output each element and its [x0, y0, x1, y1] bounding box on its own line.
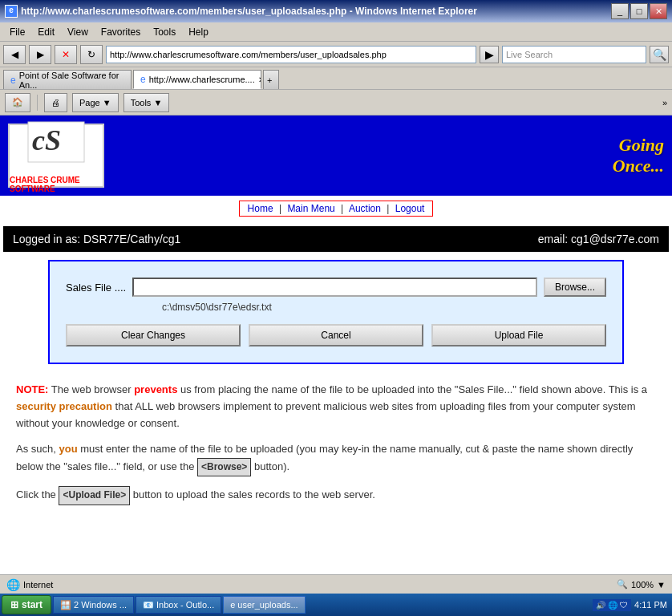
- menu-bar: File Edit View Favorites Tools Help: [0, 22, 672, 42]
- menu-file[interactable]: File: [3, 25, 31, 39]
- zoom-dropdown-icon[interactable]: ▼: [657, 580, 666, 590]
- go-button[interactable]: ▶: [480, 46, 499, 63]
- menu-help[interactable]: Help: [182, 25, 215, 39]
- home-toolbar-button[interactable]: 🏠: [5, 93, 30, 112]
- upload-container: Sales File .... Browse... c:\dmsv50\dsr7…: [48, 260, 624, 364]
- menu-edit[interactable]: Edit: [31, 25, 61, 39]
- note-label: NOTE:: [16, 383, 48, 395]
- taskbar-item-1[interactable]: 📧 Inbox - Outlo...: [136, 596, 221, 614]
- sys-tray: 🔊 🌐 🛡: [593, 599, 631, 611]
- nav-border: Home | Main Menu | Auction | Logout: [239, 201, 434, 217]
- nav-auction[interactable]: Auction: [349, 203, 381, 214]
- svg-text:cS: cS: [32, 124, 61, 156]
- login-bar: Logged in as: DSR77E/Cathy/cg1 email: cg…: [3, 226, 669, 252]
- start-button[interactable]: ⊞ start: [2, 595, 51, 614]
- tabs-bar: e Point of Sale Software for An... e htt…: [0, 67, 672, 90]
- nav-logout[interactable]: Logout: [395, 203, 425, 214]
- taskbar-icon-1: 📧: [143, 600, 154, 610]
- nav-main-menu[interactable]: Main Menu: [287, 203, 334, 214]
- note-p3-before: Click the: [16, 488, 59, 500]
- menu-view[interactable]: View: [61, 25, 95, 39]
- print-button[interactable]: 🖨: [44, 93, 67, 112]
- menu-tools[interactable]: Tools: [147, 25, 182, 39]
- note-security: security precaution: [16, 400, 112, 412]
- tools-toolbar-button[interactable]: Tools ▼: [123, 93, 170, 112]
- note-you: you: [59, 443, 77, 455]
- note-p1-before: The web browser: [51, 383, 134, 395]
- status-zone: Internet: [23, 580, 53, 590]
- page-content: cS CHARLES CRUME SOFTWARE Going Once... …: [0, 116, 672, 574]
- note-section: NOTE: The web browser prevents us from p…: [0, 372, 672, 515]
- upload-file-button[interactable]: Upload File: [431, 324, 606, 346]
- address-text: http://www.charlescrumesoftware.com/memb…: [110, 50, 387, 59]
- tab-1-label: http://www.charlescrume....: [149, 75, 255, 84]
- tab-0-label: Point of Sale Software for An...: [19, 71, 124, 90]
- window-controls[interactable]: _ □ ✕: [611, 3, 667, 19]
- toolbar-sep-1: [37, 95, 38, 111]
- note-p1-after: us from placing the name of the file to …: [180, 383, 647, 395]
- taskbar-icon-2: e: [230, 600, 235, 610]
- taskbar-icon-0: 🪟: [60, 600, 71, 610]
- taskbar: ⊞ start 🪟 2 Windows ... 📧 Inbox - Outlo.…: [0, 594, 672, 616]
- tray-icons: 🔊 🌐 🛡: [596, 601, 628, 610]
- taskbar-time: 4:11 PM: [634, 600, 667, 610]
- forward-button[interactable]: ▶: [29, 45, 51, 64]
- banner: cS CHARLES CRUME SOFTWARE Going Once...: [0, 116, 672, 196]
- tab-1[interactable]: e http://www.charlescrume.... ✕: [133, 70, 261, 89]
- email-text: email: cg1@dsr77e.com: [538, 233, 659, 245]
- note-p2-before: As such,: [16, 443, 59, 455]
- address-field[interactable]: http://www.charlescrumesoftware.com/memb…: [106, 46, 476, 63]
- window-title-bar: e http://www.charlescrumesoftware.com/me…: [0, 0, 672, 22]
- logged-in-text: Logged in as: DSR77E/Cathy/cg1: [13, 233, 180, 245]
- nav-links: Home | Main Menu | Auction | Logout: [0, 196, 672, 221]
- taskbar-label-2: user_uploads...: [237, 600, 298, 610]
- toolbar-arrows: »: [662, 98, 667, 107]
- taskbar-item-2[interactable]: e user_uploads...: [223, 596, 305, 614]
- windows-icon: ⊞: [10, 599, 18, 610]
- taskbar-label-1: Inbox - Outlo...: [156, 600, 214, 610]
- page-button[interactable]: Page ▼: [72, 93, 119, 112]
- browser-toolbar: 🏠 🖨 Page ▼ Tools ▼ »: [0, 90, 672, 116]
- browse-button[interactable]: Browse...: [544, 278, 606, 297]
- sales-file-input[interactable]: [132, 278, 537, 297]
- taskbar-label-0: 2 Windows ...: [74, 600, 127, 610]
- zoom-icon: 🔍: [617, 579, 628, 590]
- note-prevents: prevents: [134, 383, 177, 395]
- taskbar-right: 🔊 🌐 🛡 4:11 PM: [593, 599, 670, 611]
- window-title: http://www.charlescrumesoftware.com/memb…: [21, 6, 477, 17]
- back-button[interactable]: ◀: [3, 45, 26, 64]
- menu-favorites[interactable]: Favorites: [95, 25, 147, 39]
- note-p2-end: button).: [254, 460, 289, 472]
- zoom-level: 100%: [631, 580, 654, 590]
- tab-0[interactable]: e Point of Sale Software for An...: [3, 70, 132, 89]
- status-bar: 🌐 Internet 🔍 100% ▼: [0, 574, 672, 594]
- note-upload-kbd: <Upload File>: [59, 486, 130, 505]
- button-row: Clear Changes Cancel Upload File: [66, 324, 606, 346]
- nav-home[interactable]: Home: [248, 203, 273, 214]
- search-button[interactable]: 🔍: [650, 46, 669, 63]
- globe-icon: 🌐: [6, 578, 20, 591]
- file-path: c:\dmsv50\dsr77e\edsr.txt: [162, 302, 606, 313]
- note-p2-after: must enter the name of the file to be up…: [16, 443, 633, 472]
- banner-title: Going Once...: [613, 135, 664, 176]
- refresh-button[interactable]: ↻: [80, 45, 103, 64]
- stop-button[interactable]: ✕: [55, 45, 77, 64]
- ie-icon: e: [5, 5, 18, 18]
- address-bar: ◀ ▶ ✕ ↻ http://www.charlescrumesoftware.…: [0, 42, 672, 67]
- note-p3-end: button to upload the sales records to th…: [133, 488, 375, 500]
- tab-1-close[interactable]: ✕: [258, 75, 261, 84]
- logo-icon: cS: [24, 118, 88, 174]
- search-placeholder: Live Search: [506, 50, 553, 59]
- search-box[interactable]: Live Search: [502, 46, 646, 63]
- logo-text: CHARLES CRUME SOFTWARE: [10, 176, 103, 193]
- clear-changes-button[interactable]: Clear Changes: [66, 324, 241, 346]
- logo-box: cS CHARLES CRUME SOFTWARE: [8, 124, 104, 188]
- minimize-button[interactable]: _: [611, 3, 629, 19]
- taskbar-item-0[interactable]: 🪟 2 Windows ...: [53, 596, 134, 614]
- close-button[interactable]: ✕: [650, 3, 667, 19]
- tab-new[interactable]: +: [263, 70, 279, 89]
- cancel-button[interactable]: Cancel: [249, 324, 423, 346]
- status-right: 🔍 100% ▼: [617, 579, 666, 590]
- file-row: Sales File .... Browse...: [66, 278, 606, 297]
- maximize-button[interactable]: □: [630, 3, 648, 19]
